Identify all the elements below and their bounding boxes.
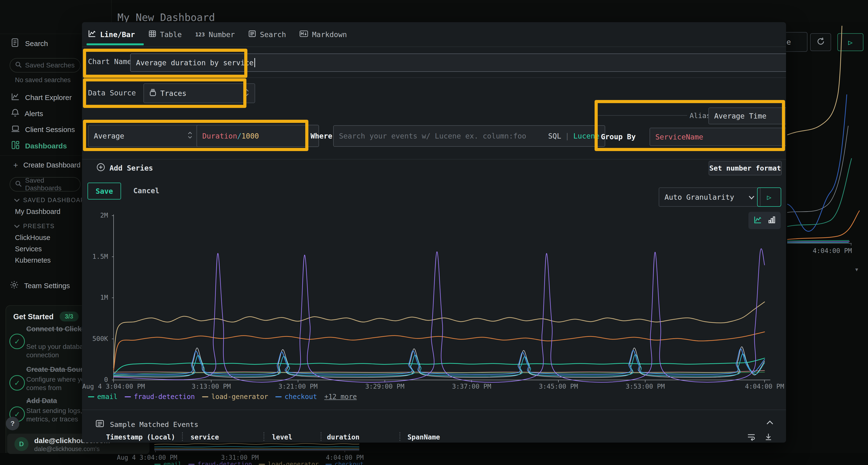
sidebar-item-kubernetes[interactable]: Kubernetes bbox=[15, 256, 51, 264]
chart-explorer-icon bbox=[11, 93, 20, 102]
play-icon: ▷ bbox=[767, 193, 771, 201]
app-header: HyperDX My New Dashboard Save ▷ bbox=[0, 0, 868, 22]
laptop-icon bbox=[11, 125, 20, 134]
legend-dash-icon bbox=[88, 396, 94, 397]
sidebar-item-client-sessions[interactable]: Client Sessions bbox=[11, 125, 75, 134]
data-source-select[interactable]: Traces bbox=[144, 84, 255, 103]
x-tick-label: 3:29:00 PM bbox=[346, 383, 424, 390]
column-separator[interactable] bbox=[264, 432, 264, 441]
saved-searches-input[interactable]: Saved Searches bbox=[10, 58, 81, 72]
where-search-input[interactable]: Search your events w/ Lucene ex. column:… bbox=[333, 125, 605, 147]
legend-item-fraud-detection[interactable]: fraud-detection bbox=[125, 393, 195, 401]
tab-number[interactable]: 123 Number bbox=[195, 30, 235, 39]
presets-section-header[interactable]: PRESETS bbox=[14, 223, 55, 230]
tab-line-bar[interactable]: Line/Bar bbox=[88, 30, 135, 39]
events-table-header: Timestamp (Local) service level duration… bbox=[82, 432, 786, 442]
active-tab-underline bbox=[87, 43, 144, 45]
legend-dash-icon bbox=[154, 464, 161, 465]
alias-input[interactable]: Average Time bbox=[708, 107, 786, 124]
column-header-duration[interactable]: duration bbox=[327, 433, 360, 441]
line-chart-icon bbox=[88, 30, 96, 39]
series-line-other-4 bbox=[114, 371, 765, 372]
legend-dash-icon bbox=[259, 464, 265, 465]
background-right-axis-label: 4:04:00 PM bbox=[808, 247, 857, 255]
tab-search[interactable]: Search bbox=[248, 30, 286, 39]
x-tick-label: 3:53:00 PM bbox=[607, 383, 684, 390]
sidebar-item-clickhouse[interactable]: ClickHouse bbox=[15, 234, 51, 242]
field-expression-input[interactable]: Duration/1000 bbox=[196, 125, 319, 147]
user-email-sub: dale@clickhouse.com's bbox=[34, 445, 100, 453]
background-chart-right bbox=[786, 22, 868, 273]
chevron-down-icon bbox=[748, 193, 755, 201]
y-tick-label: 0 bbox=[82, 376, 108, 383]
x-tick-label: 3:21:00 PM bbox=[259, 383, 337, 390]
field-token: / bbox=[237, 132, 242, 140]
set-number-format-button[interactable]: Set number format bbox=[709, 161, 782, 175]
list-icon bbox=[95, 419, 104, 430]
sample-events-header[interactable]: Sample Matched Events bbox=[95, 419, 198, 430]
sidebar-item-dashboards[interactable]: Dashboards bbox=[11, 140, 67, 151]
create-dashboard-button[interactable]: + Create Dashboard bbox=[13, 161, 81, 170]
column-header-spanname[interactable]: SpanName bbox=[407, 433, 440, 441]
y-tick-label: 500K bbox=[82, 335, 108, 342]
chevron-down-icon bbox=[14, 223, 20, 230]
select-chevrons-icon bbox=[244, 89, 249, 98]
help-button[interactable]: ? bbox=[6, 417, 19, 430]
legend-item-load-generator: load-generator bbox=[259, 461, 319, 465]
add-series-button[interactable]: Add Series bbox=[96, 163, 153, 173]
y-tick-label: 1M bbox=[82, 294, 108, 301]
download-icon[interactable] bbox=[764, 433, 773, 442]
cancel-button[interactable]: Cancel bbox=[126, 182, 167, 199]
legend-item-email[interactable]: email bbox=[88, 393, 117, 401]
x-tick-label: 4:04:00 PM bbox=[726, 383, 786, 390]
legend-more-link[interactable]: +12 more bbox=[324, 393, 357, 401]
run-chart-button[interactable]: ▷ bbox=[757, 188, 781, 207]
x-tick-label: 3:37:00 PM bbox=[433, 383, 510, 390]
collapse-chevron-icon[interactable] bbox=[766, 420, 774, 426]
sql-mode-toggle[interactable]: SQL bbox=[548, 132, 561, 140]
saved-dashboards-input[interactable]: Saved Dashboards bbox=[10, 177, 81, 192]
y-tick-label: 2M bbox=[82, 211, 108, 219]
y-tick-label: 1.5M bbox=[82, 253, 108, 260]
granularity-select[interactable]: Auto Granularity bbox=[659, 188, 761, 207]
legend-item-checkout[interactable]: checkout bbox=[275, 393, 317, 401]
bar-chart-toggle-icon[interactable] bbox=[768, 216, 775, 225]
lucene-mode-toggle[interactable]: Lucene bbox=[574, 132, 599, 140]
sidebar-item-services[interactable]: Services bbox=[15, 245, 42, 253]
legend-item-load-generator[interactable]: load-generator bbox=[202, 393, 268, 401]
plus-icon: + bbox=[13, 161, 18, 170]
chart-name-input[interactable]: Average duration by service bbox=[130, 54, 786, 72]
search-list-icon bbox=[248, 30, 256, 39]
avatar: D bbox=[14, 437, 28, 451]
group-by-input[interactable]: ServiceName bbox=[650, 128, 786, 146]
no-saved-searches-text: No saved searches bbox=[15, 76, 71, 84]
sidebar-item-alerts[interactable]: Alerts bbox=[11, 108, 43, 119]
sidebar-item-my-dashboard[interactable]: My Dashboard bbox=[15, 208, 61, 215]
sidebar-item-team-settings[interactable]: Team Settings bbox=[10, 280, 70, 291]
magnifier-icon bbox=[15, 180, 22, 189]
line-chart-toggle-icon[interactable] bbox=[754, 216, 762, 225]
sidebar-item-search[interactable]: Search bbox=[11, 38, 48, 49]
legend-item-email: email bbox=[154, 461, 182, 465]
bg-axis-tick: Aug 4 3:04:00 PM bbox=[111, 454, 183, 461]
column-separator[interactable] bbox=[400, 432, 400, 441]
column-header-level[interactable]: level bbox=[272, 433, 292, 441]
aggregation-select[interactable]: Average bbox=[88, 125, 198, 147]
column-header-service[interactable]: service bbox=[190, 433, 219, 441]
alias-label: Alias bbox=[689, 111, 711, 120]
tab-table[interactable]: Table bbox=[149, 30, 182, 39]
column-header-timestamp[interactable]: Timestamp (Local) bbox=[106, 433, 175, 441]
column-separator[interactable] bbox=[182, 432, 183, 441]
wrap-lines-icon[interactable] bbox=[747, 433, 756, 442]
series-line-load-generator bbox=[114, 302, 765, 368]
tab-markdown[interactable]: Markdown bbox=[300, 30, 347, 39]
sidebar-item-chart-explorer[interactable]: Chart Explorer bbox=[11, 93, 72, 102]
save-button[interactable]: Save bbox=[88, 182, 121, 199]
legend-label: fraud-detection bbox=[197, 461, 252, 465]
timeseries-chart[interactable] bbox=[111, 212, 772, 383]
legend-label: email bbox=[97, 393, 117, 401]
alias-connector-line bbox=[598, 115, 687, 115]
check-icon: ✓ bbox=[9, 334, 25, 349]
where-label: Where bbox=[311, 132, 332, 140]
column-separator[interactable] bbox=[321, 432, 321, 441]
